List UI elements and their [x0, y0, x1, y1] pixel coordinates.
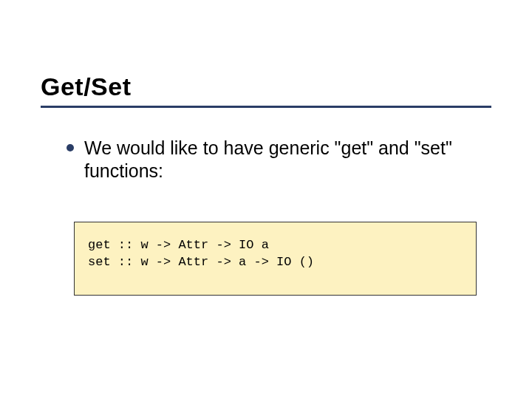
code-line-2: set :: w -> Attr -> a -> IO (): [88, 254, 463, 271]
body-block: We would like to have generic "get" and …: [66, 137, 488, 183]
bullet-item: We would like to have generic "get" and …: [66, 137, 488, 183]
title-underline: [41, 106, 491, 108]
code-box: get :: w -> Attr -> IO a set :: w -> Att…: [74, 222, 477, 296]
slide-title: Get/Set: [41, 72, 491, 101]
slide: Get/Set We would like to have generic "g…: [0, 0, 532, 399]
code-line-1: get :: w -> Attr -> IO a: [88, 237, 463, 254]
title-block: Get/Set: [41, 72, 491, 108]
bullet-text: We would like to have generic "get" and …: [84, 137, 488, 183]
bullet-icon: [66, 144, 74, 151]
